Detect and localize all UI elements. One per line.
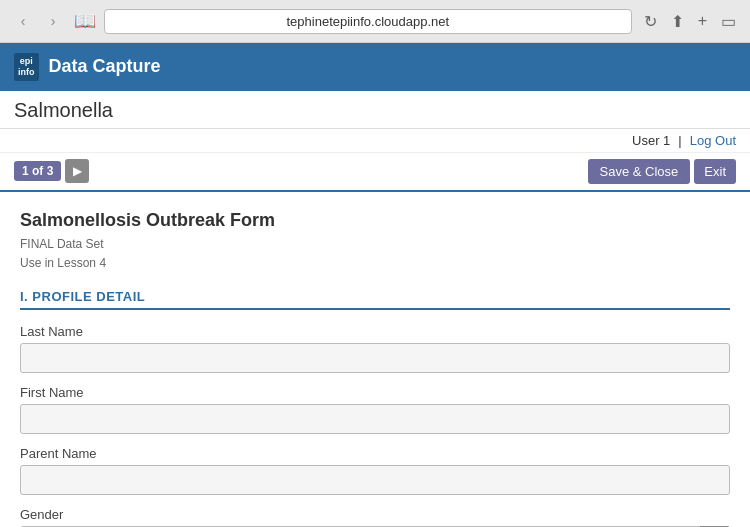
page-title-bar: Salmonella: [0, 91, 750, 129]
last-name-label: Last Name: [20, 324, 730, 339]
app-title: Data Capture: [49, 56, 161, 77]
save-close-button[interactable]: Save & Close: [588, 159, 691, 184]
gender-label: Gender: [20, 507, 730, 522]
user-label: User 1: [632, 133, 670, 148]
gender-field: Gender Select Male Female Other ⌄: [20, 507, 730, 527]
app-header: epi info Data Capture: [0, 43, 750, 91]
first-name-label: First Name: [20, 385, 730, 400]
bookmarks-icon: 📖: [74, 10, 96, 32]
next-page-button[interactable]: ▶: [65, 159, 89, 183]
browser-chrome: ‹ › 📖 tephinetepiinfo.cloudapp.net ↻ ⬆ +…: [0, 0, 750, 43]
parent-name-field: Parent Name: [20, 446, 730, 495]
page-indicator: 1 of 3: [14, 161, 61, 181]
parent-name-input[interactable]: [20, 465, 730, 495]
page-title: Salmonella: [14, 99, 113, 121]
reload-button[interactable]: ↻: [640, 10, 661, 33]
parent-name-label: Parent Name: [20, 446, 730, 461]
user-bar: User 1 | Log Out: [0, 129, 750, 153]
browser-action-buttons: ↻ ⬆ + ▭: [640, 10, 740, 33]
section1-header: I. PROFILE DETAIL: [20, 289, 730, 310]
browser-nav-buttons: ‹ ›: [10, 8, 66, 34]
first-name-field: First Name: [20, 385, 730, 434]
main-content: Salmonellosis Outbreak Form FINAL Data S…: [0, 192, 750, 527]
first-name-input[interactable]: [20, 404, 730, 434]
last-name-input[interactable]: [20, 343, 730, 373]
nav-toolbar: 1 of 3 ▶ Save & Close Exit: [0, 153, 750, 192]
last-name-field: Last Name: [20, 324, 730, 373]
address-bar[interactable]: tephinetepiinfo.cloudapp.net: [104, 9, 632, 34]
form-title: Salmonellosis Outbreak Form: [20, 210, 730, 231]
forward-button[interactable]: ›: [40, 8, 66, 34]
toolbar-actions: Save & Close Exit: [588, 159, 736, 184]
tabs-button[interactable]: ▭: [717, 10, 740, 33]
new-tab-button[interactable]: +: [694, 10, 711, 32]
user-bar-separator: |: [678, 133, 681, 148]
logout-link[interactable]: Log Out: [690, 133, 736, 148]
exit-button[interactable]: Exit: [694, 159, 736, 184]
share-button[interactable]: ⬆: [667, 10, 688, 33]
pagination: 1 of 3 ▶: [14, 159, 89, 183]
form-subtitle: FINAL Data Set Use in Lesson 4: [20, 235, 730, 273]
url-text: tephinetepiinfo.cloudapp.net: [287, 14, 450, 29]
epi-logo: epi info: [14, 53, 39, 81]
back-button[interactable]: ‹: [10, 8, 36, 34]
